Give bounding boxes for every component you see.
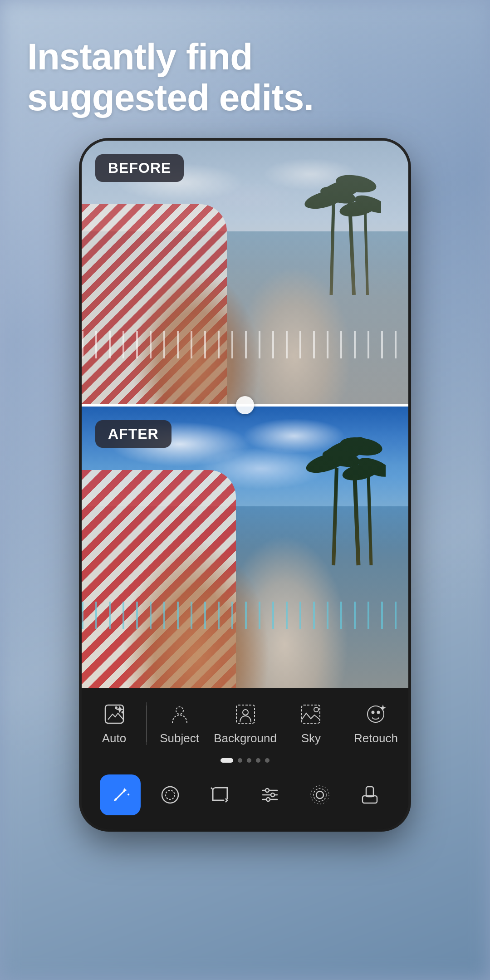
magic-wand-button[interactable] — [100, 774, 141, 815]
adjust-button[interactable] — [250, 774, 290, 815]
dot-3 — [247, 758, 251, 763]
svg-point-33 — [162, 787, 178, 803]
tab-background[interactable]: Background — [212, 697, 279, 750]
svg-point-46 — [314, 789, 326, 801]
tab-background-label: Background — [214, 731, 277, 745]
headline-line2: suggested edits. — [27, 77, 314, 118]
subject-icon — [167, 701, 192, 727]
sky-icon — [298, 701, 323, 727]
tab-retouch-label: Retouch — [354, 731, 398, 745]
dot-4 — [256, 758, 260, 763]
svg-point-21 — [115, 707, 117, 709]
healing-button[interactable] — [349, 774, 390, 815]
svg-point-32 — [115, 799, 117, 801]
divider-circle — [236, 396, 254, 414]
railing-after — [82, 602, 408, 629]
svg-point-22 — [122, 712, 123, 713]
tab-retouch[interactable]: Retouch — [343, 697, 408, 750]
dot-1 — [220, 758, 233, 763]
svg-point-25 — [243, 710, 248, 715]
svg-rect-49 — [366, 787, 373, 797]
after-image: AFTER — [82, 407, 408, 688]
toolbar-area: Auto Subject — [82, 688, 408, 829]
action-bar — [82, 766, 408, 824]
background-icon — [233, 701, 258, 727]
retouch-icon — [363, 701, 388, 727]
dots-indicator — [82, 755, 408, 766]
tab-sky-label: Sky — [301, 731, 321, 745]
comparison-divider — [82, 404, 408, 407]
people-before — [82, 213, 408, 404]
tab-auto-label: Auto — [102, 731, 127, 745]
tab-subject-label: Subject — [160, 731, 199, 745]
people-after — [82, 470, 408, 688]
auto-enhance-icon — [102, 701, 127, 727]
select-button[interactable] — [150, 774, 191, 815]
svg-point-43 — [271, 793, 274, 797]
before-image: BEFORE — [82, 141, 408, 404]
headline-line1: Instantly find — [27, 36, 252, 77]
svg-point-23 — [176, 707, 183, 714]
after-label: AFTER — [95, 420, 172, 448]
svg-point-34 — [166, 790, 175, 799]
tab-subject[interactable]: Subject — [147, 697, 212, 750]
tab-auto[interactable]: Auto — [82, 697, 147, 750]
dot-2 — [238, 758, 242, 763]
railing-before — [82, 331, 408, 358]
before-label: BEFORE — [95, 154, 184, 182]
svg-point-45 — [316, 791, 323, 799]
svg-point-29 — [372, 711, 374, 714]
svg-point-27 — [314, 707, 318, 712]
selective-button[interactable] — [299, 774, 340, 815]
comparison-area: BEFORE — [82, 141, 408, 688]
crop-button[interactable] — [200, 774, 240, 815]
svg-point-44 — [266, 798, 270, 801]
svg-point-30 — [377, 711, 380, 714]
edit-tabs: Auto Subject — [82, 688, 408, 755]
svg-point-42 — [265, 789, 269, 792]
tab-sky[interactable]: Sky — [279, 697, 343, 750]
phone-mockup: BEFORE — [82, 141, 408, 829]
dot-5 — [265, 758, 270, 763]
svg-point-28 — [368, 706, 384, 722]
svg-rect-20 — [105, 705, 123, 723]
headline: Instantly find suggested edits. — [0, 0, 490, 136]
